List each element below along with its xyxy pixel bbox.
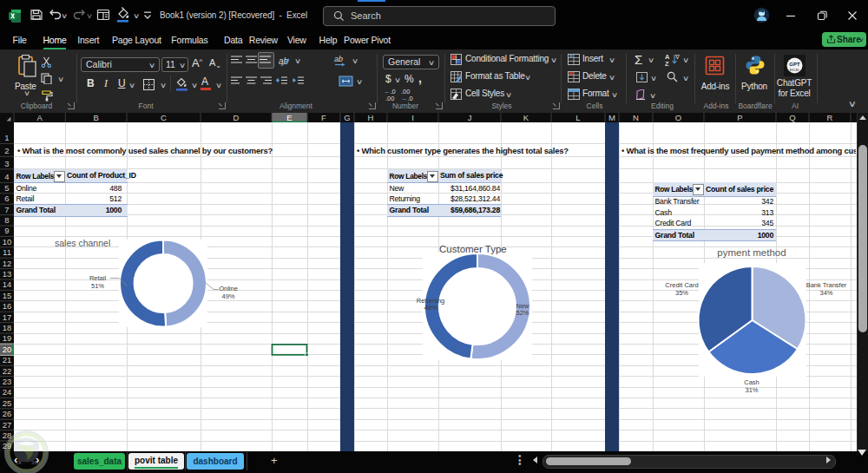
svg-text:52%: 52% <box>516 309 529 317</box>
svg-text:GPT: GPT <box>789 62 800 67</box>
svg-text:51%: 51% <box>91 282 104 290</box>
svg-text:48%: 48% <box>424 304 437 312</box>
svg-text:Credit Card: Credit Card <box>665 281 698 289</box>
svg-text:EXCEL: EXCEL <box>790 69 800 72</box>
svg-text:Z: Z <box>665 60 669 66</box>
svg-text:Online: Online <box>219 285 238 292</box>
svg-text:34%: 34% <box>819 289 832 297</box>
svg-text:Bank Transfer: Bank Transfer <box>806 281 847 289</box>
svg-text:360: 360 <box>31 460 41 465</box>
svg-text:Customer Type: Customer Type <box>439 244 507 254</box>
svg-text:∇: ∇ <box>674 54 680 60</box>
svg-text:Cash: Cash <box>744 378 760 386</box>
svg-text:sales channel: sales channel <box>55 238 110 248</box>
svg-text:Retail: Retail <box>89 274 107 282</box>
svg-text:35%: 35% <box>675 289 688 297</box>
svg-text:31%: 31% <box>745 386 758 394</box>
svg-text:49%: 49% <box>221 292 234 300</box>
svg-text:ck: ck <box>16 459 23 465</box>
svg-text:ab: ab <box>334 55 343 63</box>
svg-text:pyment method: pyment method <box>717 247 786 258</box>
